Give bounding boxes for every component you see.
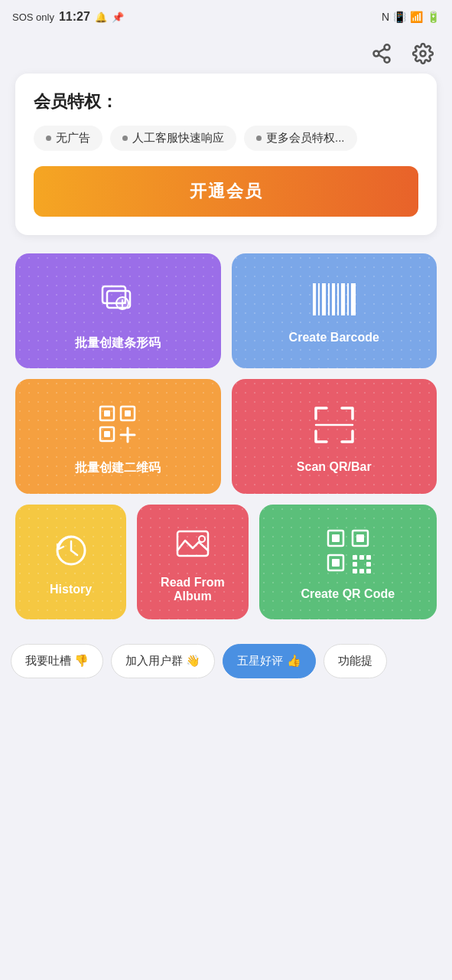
qr-icon bbox=[324, 526, 372, 578]
member-button[interactable]: 开通会员 bbox=[34, 166, 418, 217]
bell-icon: 🔔 bbox=[95, 11, 107, 23]
history-tile[interactable]: History bbox=[15, 505, 126, 619]
svg-rect-13 bbox=[322, 283, 326, 315]
create-barcode-tile[interactable]: Create Barcode bbox=[232, 253, 437, 368]
feature-suggest-button[interactable]: 功能提 bbox=[324, 644, 387, 678]
grid-row-3: History Read From Album bbox=[15, 505, 437, 619]
svg-rect-46 bbox=[359, 569, 364, 573]
history-label: History bbox=[50, 583, 92, 596]
create-qr-label: Create QR Code bbox=[301, 587, 395, 601]
member-card: 会员特权： 无广告 人工客服快速响应 更多会员特权... 开通会员 bbox=[15, 74, 437, 235]
tag-dot bbox=[46, 136, 51, 141]
wifi-icon: 📶 bbox=[410, 11, 423, 23]
svg-rect-37 bbox=[356, 534, 364, 542]
svg-rect-25 bbox=[125, 410, 131, 416]
svg-rect-43 bbox=[353, 562, 357, 567]
grid-section: 批量创建条形码 Create Barcode bbox=[0, 253, 452, 619]
scan-qrbar-tile[interactable]: Scan QR/Bar bbox=[232, 379, 437, 494]
svg-rect-42 bbox=[366, 555, 371, 560]
svg-line-3 bbox=[379, 55, 385, 59]
member-title: 会员特权： bbox=[34, 90, 418, 113]
batch-qr-icon bbox=[94, 400, 141, 451]
tag-support-label: 人工客服快速响应 bbox=[132, 131, 224, 145]
tag-dot-2 bbox=[122, 136, 128, 141]
batch-barcode-label: 批量创建条形码 bbox=[75, 335, 161, 351]
grid-row-1: 批量创建条形码 Create Barcode bbox=[15, 253, 437, 368]
settings-button[interactable] bbox=[409, 40, 437, 67]
svg-line-4 bbox=[379, 49, 385, 53]
join-group-button[interactable]: 加入用户群 👋 bbox=[111, 644, 215, 678]
svg-rect-17 bbox=[341, 283, 345, 315]
batch-qr-tile[interactable]: 批量创建二维码 bbox=[15, 379, 221, 494]
five-star-button[interactable]: 五星好评 👍 bbox=[223, 644, 315, 678]
batch-barcode-icon bbox=[93, 274, 142, 326]
scan-qrbar-label: Scan QR/Bar bbox=[297, 460, 372, 474]
svg-rect-15 bbox=[332, 283, 335, 315]
svg-rect-40 bbox=[353, 555, 357, 560]
svg-rect-41 bbox=[359, 555, 364, 560]
pin-icon: 📌 bbox=[112, 11, 124, 23]
svg-rect-44 bbox=[366, 562, 371, 567]
status-bar: SOS only 11:27 🔔 📌 N 📳 📶 🔋 bbox=[0, 0, 452, 34]
member-tags: 无广告 人工客服快速响应 更多会员特权... bbox=[34, 126, 418, 151]
barcode-icon bbox=[310, 280, 359, 322]
tag-dot-3 bbox=[256, 136, 262, 141]
svg-rect-39 bbox=[332, 559, 340, 567]
create-barcode-label: Create Barcode bbox=[289, 331, 379, 345]
history-icon bbox=[51, 531, 91, 573]
svg-rect-14 bbox=[328, 283, 330, 315]
scan-icon bbox=[310, 402, 359, 451]
tag-more: 更多会员特权... bbox=[244, 126, 357, 151]
toolbar bbox=[0, 34, 452, 74]
svg-rect-11 bbox=[313, 283, 316, 315]
sos-text: SOS only bbox=[12, 11, 54, 23]
nfc-icon: N bbox=[382, 11, 389, 23]
create-qr-tile[interactable]: Create QR Code bbox=[259, 505, 437, 619]
svg-rect-21 bbox=[104, 410, 110, 416]
svg-rect-16 bbox=[337, 283, 339, 315]
share-button[interactable] bbox=[368, 40, 395, 67]
battery-icon: 🔋 bbox=[427, 11, 440, 23]
batch-barcode-tile[interactable]: 批量创建条形码 bbox=[15, 253, 221, 368]
tag-support: 人工客服快速响应 bbox=[110, 126, 236, 151]
status-right: N 📳 📶 🔋 bbox=[382, 11, 440, 23]
svg-rect-35 bbox=[332, 534, 340, 542]
status-left: SOS only 11:27 🔔 📌 bbox=[12, 10, 124, 24]
svg-rect-45 bbox=[353, 569, 357, 573]
bottom-bar: 我要吐槽 👎 加入用户群 👋 五星好评 👍 功能提 bbox=[0, 630, 452, 686]
read-album-label: Read From Album bbox=[146, 576, 239, 603]
read-album-tile[interactable]: Read From Album bbox=[137, 505, 248, 619]
svg-rect-19 bbox=[351, 283, 356, 315]
tag-no-ads: 无广告 bbox=[34, 126, 102, 151]
svg-rect-23 bbox=[104, 431, 110, 437]
batch-qr-label: 批量创建二维码 bbox=[75, 460, 161, 476]
svg-point-33 bbox=[199, 536, 205, 542]
tag-more-label: 更多会员特权... bbox=[266, 131, 345, 145]
svg-point-5 bbox=[421, 51, 426, 57]
tag-no-ads-label: 无广告 bbox=[56, 131, 90, 145]
svg-line-31 bbox=[71, 550, 77, 555]
vibrate-icon: 📳 bbox=[393, 11, 406, 23]
svg-rect-47 bbox=[366, 569, 371, 573]
svg-rect-18 bbox=[347, 283, 349, 315]
status-time: 11:27 bbox=[59, 10, 90, 24]
album-icon bbox=[173, 524, 213, 567]
grid-row-2: 批量创建二维码 Scan QR/Bar bbox=[15, 379, 437, 494]
feedback-button[interactable]: 我要吐槽 👎 bbox=[11, 644, 103, 678]
svg-rect-12 bbox=[318, 283, 320, 315]
